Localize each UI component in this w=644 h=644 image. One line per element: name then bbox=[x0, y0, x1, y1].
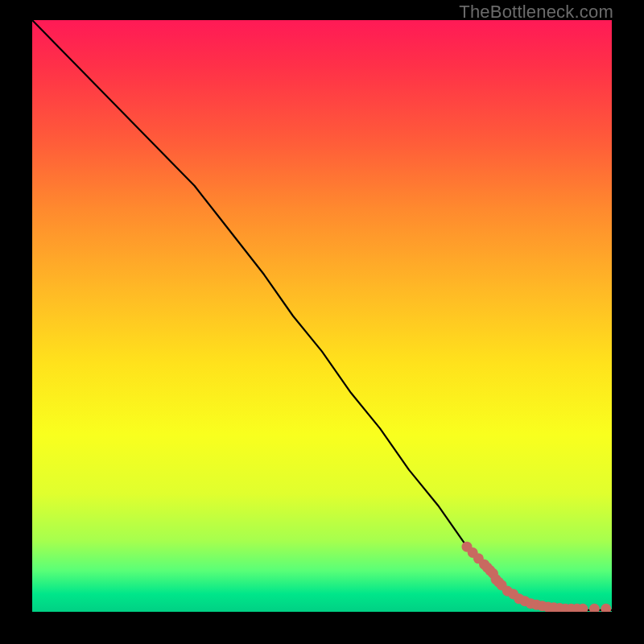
chart-frame: TheBottleneck.com bbox=[0, 0, 644, 644]
data-point bbox=[601, 604, 611, 612]
data-point bbox=[589, 604, 600, 612]
curve-line bbox=[32, 20, 612, 610]
plot-area bbox=[32, 20, 612, 612]
chart-overlay bbox=[32, 20, 612, 612]
